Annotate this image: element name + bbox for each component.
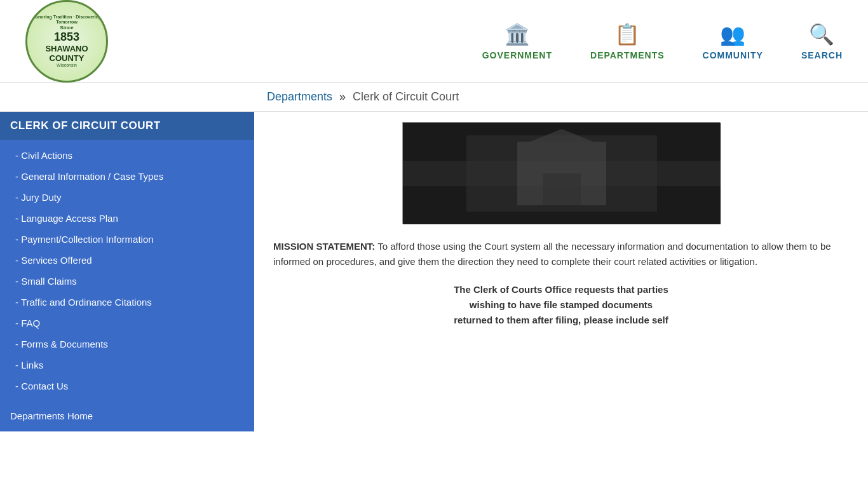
list-item: - Language Access Plan	[0, 208, 254, 229]
sidebar: CLERK OF CIRCUIT COURT - Civil Actions -…	[0, 112, 254, 488]
sidebar-title: CLERK OF CIRCUIT COURT	[0, 112, 254, 140]
nav-departments-label: DEPARTMENTS	[590, 50, 665, 60]
clerk-notice-line3: returned to them after filing, please in…	[454, 315, 668, 325]
list-item: - Payment/Collection Information	[0, 229, 254, 250]
sidebar-footer: Departments Home	[0, 402, 254, 431]
nav-community[interactable]: 👥 COMMUNITY	[703, 22, 763, 60]
sidebar-item-general-information[interactable]: - General Information / Case Types	[0, 167, 254, 186]
logo-area[interactable]: Honoring Tradition · Discovering Tomorro…	[25, 0, 108, 83]
logo-state: Wisconsin	[57, 63, 77, 67]
nav-departments[interactable]: 📋 DEPARTMENTS	[590, 22, 665, 60]
mission-label: MISSION STATEMENT:	[273, 241, 375, 252]
logo-county-name: SHAWANO COUNTY	[27, 44, 106, 63]
nav-search[interactable]: 🔍 SEARCH	[801, 22, 843, 60]
sidebar-item-traffic[interactable]: - Traffic and Ordinance Citations	[0, 293, 254, 311]
community-icon: 👥	[720, 22, 745, 46]
sidebar-item-faq[interactable]: - FAQ	[0, 314, 254, 332]
breadcrumb-separator: »	[339, 90, 346, 103]
clerk-notice-line1: The Clerk of Courts Office requests that…	[454, 284, 668, 295]
hero-image	[402, 122, 720, 224]
search-icon: 🔍	[809, 22, 834, 46]
clerk-notice: The Clerk of Courts Office requests that…	[273, 282, 849, 328]
nav-community-label: COMMUNITY	[703, 50, 763, 60]
sidebar-nav: - Civil Actions - General Information / …	[0, 140, 254, 402]
breadcrumb-bar: Departments » Clerk of Circuit Court	[0, 83, 868, 112]
list-item: - Services Offered	[0, 250, 254, 271]
sidebar-item-language-access[interactable]: - Language Access Plan	[0, 209, 254, 227]
sidebar-item-links[interactable]: - Links	[0, 356, 254, 374]
logo-year: 1853	[54, 30, 79, 44]
svg-rect-5	[543, 173, 581, 205]
breadcrumb-current: Clerk of Circuit Court	[353, 90, 459, 103]
sidebar-item-contact[interactable]: - Contact Us	[0, 377, 254, 395]
breadcrumb-departments[interactable]: Departments	[267, 90, 332, 103]
sidebar-item-jury-duty[interactable]: - Jury Duty	[0, 188, 254, 207]
list-item: - FAQ	[0, 313, 254, 334]
main-layout: CLERK OF CIRCUIT COURT - Civil Actions -…	[0, 112, 868, 488]
list-item: - Links	[0, 355, 254, 376]
list-item: - Traffic and Ordinance Citations	[0, 292, 254, 313]
main-nav: 🏛️ GOVERNMENT 📋 DEPARTMENTS 👥 COMMUNITY …	[482, 22, 843, 60]
nav-government-label: GOVERNMENT	[482, 50, 552, 60]
nav-government[interactable]: 🏛️ GOVERNMENT	[482, 22, 552, 60]
list-item: - Jury Duty	[0, 187, 254, 208]
list-item: - General Information / Case Types	[0, 166, 254, 187]
departments-home-link[interactable]: Departments Home	[10, 410, 93, 421]
main-content: MISSION STATEMENT: To afford those using…	[254, 112, 868, 488]
list-item: - Forms & Documents	[0, 334, 254, 355]
departments-icon: 📋	[614, 22, 640, 46]
logo-since: Since	[60, 25, 73, 30]
government-icon: 🏛️	[505, 22, 530, 46]
mission-statement: MISSION STATEMENT: To afford those using…	[273, 239, 849, 269]
sidebar-item-payment[interactable]: - Payment/Collection Information	[0, 230, 254, 248]
sidebar-item-small-claims[interactable]: - Small Claims	[0, 272, 254, 290]
nav-search-label: SEARCH	[801, 50, 843, 60]
sidebar-item-forms[interactable]: - Forms & Documents	[0, 335, 254, 353]
list-item: - Contact Us	[0, 376, 254, 396]
breadcrumb: Departments » Clerk of Circuit Court	[267, 90, 855, 104]
county-logo[interactable]: Honoring Tradition · Discovering Tomorro…	[25, 0, 108, 83]
clerk-notice-line2: wishing to have file stamped documents	[470, 299, 653, 310]
sidebar-item-services[interactable]: - Services Offered	[0, 251, 254, 269]
logo-tagline: Honoring Tradition · Discovering Tomorro…	[27, 15, 106, 25]
site-header: Honoring Tradition · Discovering Tomorro…	[0, 0, 868, 83]
sidebar-item-civil-actions[interactable]: - Civil Actions	[0, 146, 254, 165]
list-item: - Small Claims	[0, 271, 254, 292]
hero-svg	[403, 123, 721, 224]
list-item: - Civil Actions	[0, 145, 254, 166]
